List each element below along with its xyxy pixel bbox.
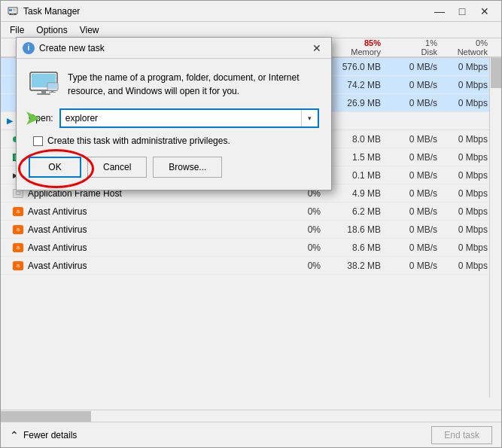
dialog-titlebar: i Create new task ✕ xyxy=(17,38,331,59)
row-memory: 8.0 MB xyxy=(328,134,388,145)
header-disk: 1% Disk xyxy=(388,38,445,56)
memory-label: Memory xyxy=(328,47,381,56)
dialog-body: Type the name of a program, folder, docu… xyxy=(17,59,331,190)
row-disk: 0 MB/s xyxy=(388,62,445,72)
row-name: a Avast Antivirus xyxy=(1,224,283,235)
memory-pct: 85% xyxy=(328,38,381,47)
row-disk: 0 MB/s xyxy=(388,134,445,145)
dialog-description: Type the name of a program, folder, docu… xyxy=(68,71,319,98)
create-task-dialog: i Create new task ✕ xyxy=(16,37,332,190)
row-memory: 6.2 MB xyxy=(328,206,388,217)
open-label: Open: xyxy=(29,113,53,123)
network-label: Network xyxy=(445,47,488,56)
table-row[interactable]: a Avast Antivirus 0% 38.2 MB 0 MB/s 0 Mb… xyxy=(1,257,501,275)
dialog-title-icon: i xyxy=(23,42,35,54)
table-row[interactable]: a Avast Antivirus 0% 6.2 MB 0 MB/s 0 Mbp… xyxy=(1,203,501,221)
row-name: a Avast Antivirus xyxy=(1,261,283,271)
title-bar-icon xyxy=(7,5,19,17)
row-cpu: 0% xyxy=(283,224,328,235)
row-disk: 0 MB/s xyxy=(388,98,445,108)
row-memory: 4.9 MB xyxy=(328,188,388,199)
svg-rect-6 xyxy=(13,11,16,11)
menu-bar: File Options View xyxy=(1,22,501,38)
header-memory: 85% Memory xyxy=(328,38,388,56)
row-memory: 18.6 MB xyxy=(328,224,388,235)
network-pct: 0% xyxy=(445,38,488,47)
admin-checkbox-label: Create this task with administrative pri… xyxy=(47,136,230,146)
menu-options[interactable]: Options xyxy=(30,23,73,37)
scrollbar-horizontal[interactable] xyxy=(1,410,501,422)
row-disk: 0 MB/s xyxy=(388,261,445,271)
fewer-details-label: Fewer details xyxy=(23,430,77,440)
row-name: a Avast Antivirus xyxy=(1,242,283,253)
row-disk: 0 MB/s xyxy=(388,80,445,90)
svg-rect-12 xyxy=(48,84,57,89)
row-disk: 0 MB/s xyxy=(388,206,445,217)
row-memory: 8.6 MB xyxy=(328,242,388,253)
dialog-title: Create new task xyxy=(39,43,309,53)
expand-icon: ▶ xyxy=(7,117,13,125)
computer-icon xyxy=(29,71,59,98)
row-memory: 74.2 MB xyxy=(328,80,388,90)
row-cpu: 0% xyxy=(283,261,328,271)
admin-checkbox[interactable] xyxy=(33,136,43,146)
avast-icon-4: a xyxy=(13,261,23,270)
minimize-button[interactable]: — xyxy=(429,4,450,19)
row-disk: 0 MB/s xyxy=(388,188,445,199)
scrollbar-thumb[interactable] xyxy=(491,58,501,88)
row-memory: 1.5 MB xyxy=(328,152,388,163)
row-cpu: 0% xyxy=(283,242,328,253)
row-cpu: 0% xyxy=(283,206,328,217)
header-network: 0% Network xyxy=(445,38,501,56)
input-wrapper: ➤ ▾ xyxy=(59,108,319,128)
checkbox-row: Create this task with administrative pri… xyxy=(29,136,319,146)
row-disk: 0 MB/s xyxy=(388,152,445,163)
end-task-button[interactable]: End task xyxy=(431,426,492,444)
disk-pct: 1% xyxy=(388,38,437,47)
dropdown-arrow[interactable]: ▾ xyxy=(301,110,318,126)
open-input[interactable] xyxy=(61,111,301,126)
avast-icon-3: a xyxy=(13,243,23,252)
close-button[interactable]: ✕ xyxy=(474,4,495,19)
title-bar-controls: — □ ✕ xyxy=(429,4,495,19)
dialog-buttons: OK Cancel Browse... xyxy=(29,157,319,178)
table-row[interactable]: a Avast Antivirus 0% 18.6 MB 0 MB/s 0 Mb… xyxy=(1,221,501,239)
title-bar-text: Task Manager xyxy=(23,6,429,17)
row-disk: 0 MB/s xyxy=(388,242,445,253)
row-memory: 0.1 MB xyxy=(328,170,388,181)
svg-rect-3 xyxy=(9,14,17,15)
row-memory: 26.9 MB xyxy=(328,98,388,108)
row-name: a Avast Antivirus xyxy=(1,206,283,217)
row-memory: 576.0 MB xyxy=(328,62,388,72)
svg-rect-14 xyxy=(49,92,56,93)
scrollbar-vertical[interactable] xyxy=(489,58,501,398)
avast-icon-1: a xyxy=(13,207,23,216)
dialog-input-row: Open: ➤ ▾ xyxy=(29,108,319,128)
disk-label: Disk xyxy=(388,47,437,56)
ok-button-container: OK xyxy=(29,157,81,178)
row-disk: 0 MB/s xyxy=(388,170,445,181)
row-disk: 0 MB/s xyxy=(388,224,445,235)
svg-rect-10 xyxy=(37,93,50,95)
browse-button[interactable]: Browse... xyxy=(153,157,222,178)
dialog-top-section: Type the name of a program, folder, docu… xyxy=(29,71,319,98)
svg-rect-4 xyxy=(9,9,12,11)
ok-button[interactable]: OK xyxy=(29,157,81,178)
table-row[interactable]: a Avast Antivirus 0% 8.6 MB 0 MB/s 0 Mbp… xyxy=(1,239,501,257)
chevron-up-icon: ⌃ xyxy=(10,429,19,441)
fewer-details-button[interactable]: ⌃ Fewer details xyxy=(10,429,77,441)
task-manager-window: Task Manager — □ ✕ File Options View 85%… xyxy=(0,0,502,448)
cancel-button[interactable]: Cancel xyxy=(87,157,147,178)
scrollbar-horizontal-thumb[interactable] xyxy=(1,411,91,422)
title-bar: Task Manager — □ ✕ xyxy=(1,1,501,22)
footer: ⌃ Fewer details End task xyxy=(1,422,501,447)
menu-view[interactable]: View xyxy=(74,23,105,37)
menu-file[interactable]: File xyxy=(4,23,30,37)
svg-rect-9 xyxy=(41,90,46,93)
row-memory: 38.2 MB xyxy=(328,261,388,271)
dialog-close-button[interactable]: ✕ xyxy=(309,41,325,56)
svg-rect-5 xyxy=(13,9,16,10)
avast-icon-2: a xyxy=(13,225,23,234)
maximize-button[interactable]: □ xyxy=(452,4,473,19)
